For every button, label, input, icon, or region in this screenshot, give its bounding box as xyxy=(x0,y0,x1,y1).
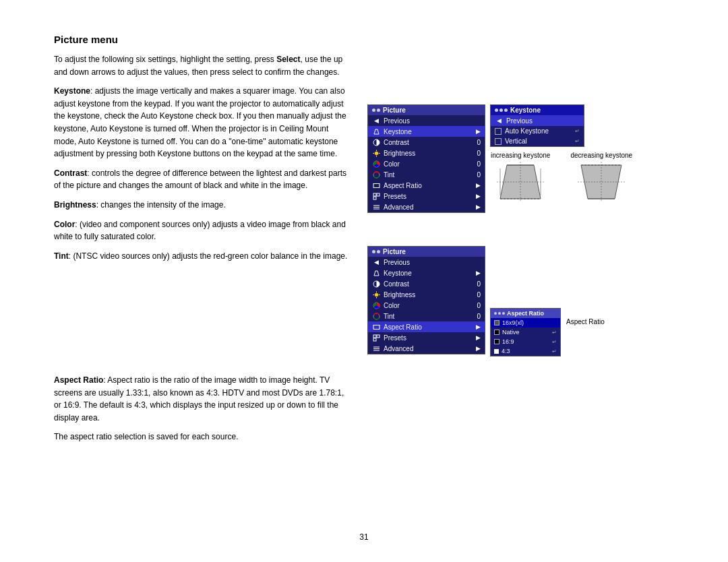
aspect-4-3-bullet xyxy=(494,349,499,354)
svg-rect-38 xyxy=(373,335,376,338)
increasing-trapezoid xyxy=(497,162,544,202)
advanced-label: Advanced xyxy=(384,204,473,211)
ks-auto[interactable]: Auto Keystone ↵ xyxy=(491,126,584,136)
aspect-item-native[interactable]: Native ↵ xyxy=(491,327,560,337)
keystone-submenu: Keystone ◀ Previous Auto Keystone ↵ Vert… xyxy=(490,104,584,147)
b-tint-label: Tint xyxy=(384,313,469,320)
b-menu-contrast[interactable]: Contrast 0 xyxy=(368,278,485,289)
top-menu-title: Picture xyxy=(368,105,485,115)
ks-vertical[interactable]: Vertical ↵ xyxy=(491,136,584,146)
b-advanced-icon xyxy=(372,344,380,352)
16-9-indicator: ↵ xyxy=(552,339,557,345)
contrast-text: Contrast: controls the degree of differe… xyxy=(54,167,351,192)
decreasing-trapezoid xyxy=(578,162,625,202)
tint-icon xyxy=(372,170,380,179)
aspect-16-9-box xyxy=(494,339,499,344)
b-aspect-label: Aspect Ratio xyxy=(384,323,473,331)
decreasing-label: decreasing keystone xyxy=(570,152,632,159)
presets-arrow: ▶ xyxy=(476,193,481,199)
b-presets-icon xyxy=(372,334,380,342)
adot3 xyxy=(502,312,505,315)
aspect-item-16x9xl[interactable]: 16x9(xl) xyxy=(491,318,560,327)
menu-item-previous[interactable]: ◀ Previous xyxy=(368,115,485,126)
ks-previous[interactable]: ◀ Previous xyxy=(491,115,584,126)
keystone-submenu-label: Keystone xyxy=(510,106,541,114)
b-menu-brightness[interactable]: Brightness 0 xyxy=(368,289,485,300)
menu-item-keystone[interactable]: Keystone ▶ xyxy=(368,126,485,137)
keystone-icon xyxy=(372,127,380,135)
aspect-ratio-side-label: Aspect Ratio xyxy=(566,318,605,325)
menu-item-contrast[interactable]: Contrast 0 xyxy=(368,137,485,148)
auto-keystone-checkbox[interactable] xyxy=(495,128,502,135)
dot2 xyxy=(377,108,380,112)
bottom-menu-title: Picture xyxy=(368,247,485,257)
aspect-ratio-section: Aspect Ratio 16x9(xl) Native ↵ 16:9 ↵ xyxy=(490,308,605,356)
keystone-dots xyxy=(495,108,508,112)
b-keystone-arrow: ▶ xyxy=(476,270,481,276)
b-tint-value: 0 xyxy=(473,313,481,320)
b-color-label: Color xyxy=(384,302,469,309)
native-indicator: ↵ xyxy=(552,330,557,336)
menu-item-advanced[interactable]: Advanced ▶ xyxy=(368,201,485,212)
b-advanced-arrow: ▶ xyxy=(476,345,481,352)
b-menu-tint[interactable]: Tint 0 xyxy=(368,311,485,321)
menu-item-brightness[interactable]: Brightness 0 xyxy=(368,148,485,158)
keystone-text: Keystone: adjusts the image vertically a… xyxy=(54,85,351,160)
b-menu-previous[interactable]: ◀ Previous xyxy=(368,257,485,268)
aspect-arrow: ▶ xyxy=(476,182,481,189)
aspect-native-box xyxy=(494,330,499,335)
b-keystone-label: Keystone xyxy=(384,270,473,277)
aspect-16x9xl-label: 16x9(xl) xyxy=(502,319,524,326)
brightness-label: Brightness xyxy=(384,150,469,157)
b-menu-keystone[interactable]: Keystone ▶ xyxy=(368,268,485,278)
auto-keystone-label: Auto Keystone xyxy=(505,127,572,135)
aspect-4-3-label: 4:3 xyxy=(502,348,510,354)
brightness-icon xyxy=(372,149,380,157)
color-icon xyxy=(372,160,380,168)
aspect-submenu-title-label: Aspect Ratio xyxy=(507,310,544,317)
contrast-label: Contrast xyxy=(384,139,469,146)
aspect-text-section: Aspect Ratio: Aspect ratio is the ratio … xyxy=(54,374,351,450)
text-column: Picture menu To adjust the following six… xyxy=(54,34,351,269)
adot1 xyxy=(494,312,497,315)
svg-rect-37 xyxy=(373,325,380,329)
kdot3 xyxy=(504,108,508,112)
tint-text: Tint: (NTSC video sources only) adjusts … xyxy=(54,250,351,263)
bdot2 xyxy=(377,250,380,253)
b-menu-aspect[interactable]: Aspect Ratio ▶ xyxy=(368,321,485,332)
svg-marker-0 xyxy=(374,129,379,134)
aspect-dots xyxy=(494,312,505,315)
vertical-checkbox[interactable] xyxy=(495,138,502,145)
vertical-label: Vertical xyxy=(505,137,572,145)
b-brightness-value: 0 xyxy=(473,291,481,299)
menu-item-presets[interactable]: Presets ▶ xyxy=(368,191,485,201)
contrast-icon xyxy=(372,138,380,146)
svg-rect-9 xyxy=(373,183,380,187)
svg-rect-40 xyxy=(373,338,376,341)
svg-rect-11 xyxy=(377,193,380,196)
menu-item-aspect[interactable]: Aspect Ratio ▶ xyxy=(368,180,485,191)
b-presets-arrow: ▶ xyxy=(476,334,481,341)
b-color-icon xyxy=(372,301,380,309)
color-text: Color: (video and component sources only… xyxy=(54,218,351,243)
menu-item-color[interactable]: Color 0 xyxy=(368,158,485,169)
keystone-submenu-title: Keystone xyxy=(491,105,584,115)
auto-keystone-indicator: ↵ xyxy=(575,128,580,134)
b-menu-color[interactable]: Color 0 xyxy=(368,300,485,311)
aspect-icon xyxy=(372,181,380,189)
increasing-keystone-diagram: increasing keystone xyxy=(491,152,550,202)
color-value: 0 xyxy=(473,160,481,168)
svg-point-2 xyxy=(375,152,378,155)
svg-rect-39 xyxy=(377,335,380,338)
intro-text: To adjust the following six settings, hi… xyxy=(54,53,351,78)
top-picture-menu: Picture ◀ Previous Keystone ▶ Contrast xyxy=(367,104,485,213)
aspect-item-16-9[interactable]: 16:9 ↵ xyxy=(491,337,560,346)
b-menu-advanced[interactable]: Advanced ▶ xyxy=(368,343,485,354)
b-menu-presets[interactable]: Presets ▶ xyxy=(368,332,485,343)
aspect-item-4-3[interactable]: 4:3 ↵ xyxy=(491,346,560,356)
svg-rect-10 xyxy=(373,193,376,196)
menu-item-tint[interactable]: Tint 0 xyxy=(368,169,485,180)
page-number: 31 xyxy=(359,532,368,542)
aspect-submenu: Aspect Ratio 16x9(xl) Native ↵ 16:9 ↵ xyxy=(490,308,561,356)
svg-marker-28 xyxy=(374,271,379,276)
